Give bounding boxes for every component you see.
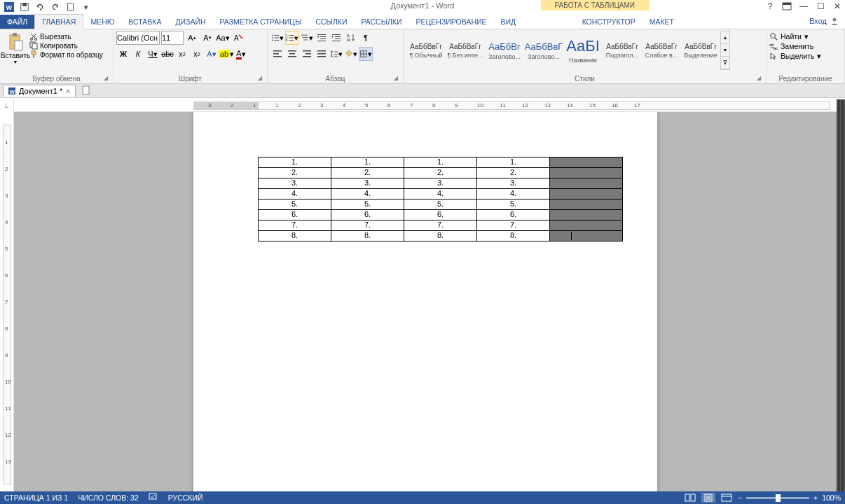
document-tab[interactable]: W Документ1 * ✕	[3, 85, 76, 97]
tab-file[interactable]: ФАЙЛ	[0, 15, 34, 29]
table-cell[interactable]: 5.	[259, 200, 331, 210]
paragraph-dialog-launcher[interactable]: ◢	[394, 75, 401, 82]
align-right-button[interactable]	[300, 47, 314, 61]
cut-button[interactable]: Вырезать	[29, 32, 103, 41]
align-center-button[interactable]	[285, 47, 299, 61]
table-row[interactable]: 1.1.1.1.	[259, 158, 623, 168]
status-proofing-icon[interactable]	[149, 493, 158, 503]
table-cell[interactable]: 1.	[259, 158, 331, 168]
view-print-layout[interactable]	[701, 493, 715, 503]
table-cell[interactable]	[550, 220, 623, 231]
style-item-2[interactable]: АаБбВгЗаголово...	[485, 31, 524, 70]
status-words[interactable]: ЧИСЛО СЛОВ: 32	[78, 493, 139, 502]
new-tab-button[interactable]	[78, 84, 94, 98]
tab-references[interactable]: ССЫЛКИ	[308, 15, 354, 29]
paste-button[interactable]: Вставить ▼	[3, 31, 28, 66]
grow-font-button[interactable]: A▴	[185, 31, 199, 45]
font-name-select[interactable]	[116, 31, 160, 45]
replace-button[interactable]: abacЗаменить	[769, 42, 841, 50]
minimize-button[interactable]: —	[796, 0, 811, 13]
tab-table-constructor[interactable]: КОНСТРУКТОР	[575, 15, 643, 29]
tab-review[interactable]: РЕЦЕНЗИРОВАНИЕ	[409, 15, 494, 29]
styles-dialog-launcher[interactable]: ◢	[757, 75, 764, 82]
table-cell[interactable]: 1.	[477, 158, 550, 168]
strikethrough-button[interactable]: abc	[160, 47, 174, 61]
copy-button[interactable]: Копировать	[29, 41, 103, 50]
bold-button[interactable]: Ж	[116, 47, 130, 61]
table-cell[interactable]: 6.	[259, 210, 331, 220]
document-table[interactable]: 1.1.1.1.2.2.2.2.3.3.3.3.4.4.4.4.5.5.5.5.…	[258, 157, 623, 241]
table-cell[interactable]: 8.	[259, 231, 331, 241]
table-cell[interactable]: 5.	[331, 200, 404, 210]
help-button[interactable]: ?	[762, 0, 778, 13]
table-cell[interactable]: 2.	[331, 168, 404, 178]
table-cell[interactable]: 7.	[259, 220, 331, 231]
clear-formatting-button[interactable]: A	[231, 31, 245, 45]
table-cell[interactable]: 3.	[331, 178, 404, 189]
table-cell[interactable]: 8.	[477, 231, 550, 241]
table-cell[interactable]	[550, 231, 623, 241]
table-cell[interactable]: 3.	[404, 178, 477, 189]
redo-button[interactable]	[49, 1, 62, 13]
shading-button[interactable]: ▾	[344, 47, 358, 61]
new-doc-button[interactable]	[64, 1, 77, 13]
table-cell[interactable]: 6.	[477, 210, 550, 220]
table-cell[interactable]: 2.	[404, 168, 477, 178]
table-cell[interactable]: 1.	[331, 158, 404, 168]
show-hide-button[interactable]: ¶	[359, 31, 373, 45]
tab-page-layout[interactable]: РАЗМЕТКА СТРАНИЦЫ	[213, 15, 309, 29]
table-row[interactable]: 4.4.4.4.	[259, 189, 623, 200]
word-icon[interactable]: W	[3, 1, 15, 13]
table-row[interactable]: 3.3.3.3.	[259, 178, 623, 189]
gallery-nav-more[interactable]: ⊽	[721, 57, 729, 69]
select-button[interactable]: Выделить ▾	[769, 52, 841, 60]
close-button[interactable]: ✕	[830, 0, 845, 13]
table-cell[interactable]	[550, 158, 623, 168]
table-row[interactable]: 7.7.7.7.	[259, 220, 623, 231]
table-row[interactable]: 8.8.8.8.	[259, 231, 623, 241]
tab-insert[interactable]: ВСТАВКА	[121, 15, 168, 29]
tab-menu[interactable]: Меню	[83, 15, 121, 29]
zoom-level[interactable]: 100%	[822, 493, 841, 502]
align-left-button[interactable]	[270, 47, 284, 61]
borders-button[interactable]: ▾	[359, 47, 373, 61]
table-cell[interactable]	[550, 200, 623, 210]
tab-home[interactable]: ГЛАВНАЯ	[34, 14, 83, 29]
table-cell[interactable]: 6.	[331, 210, 404, 220]
numbering-button[interactable]: 123▾	[285, 31, 299, 45]
tab-design[interactable]: ДИЗАЙН	[168, 15, 212, 29]
page[interactable]: 1.1.1.1.2.2.2.2.3.3.3.3.4.4.4.4.5.5.5.5.…	[193, 112, 657, 491]
close-tab-button[interactable]: ✕	[65, 88, 71, 95]
style-item-6[interactable]: АаБбВвГгСлабое в...	[642, 31, 681, 70]
style-item-3[interactable]: АаБбВвГЗаголово...	[524, 31, 563, 70]
vertical-scrollbar[interactable]	[837, 99, 845, 491]
font-color-button[interactable]: A▾	[234, 47, 248, 61]
tab-view[interactable]: ВИД	[494, 15, 523, 29]
style-item-0[interactable]: АаБбВвГг¶ Обычный	[406, 31, 446, 70]
sort-button[interactable]: AЯ	[344, 31, 358, 45]
undo-button[interactable]	[34, 1, 46, 13]
table-cell[interactable]: 5.	[404, 200, 477, 210]
maximize-button[interactable]: ☐	[813, 0, 828, 13]
font-size-select[interactable]	[161, 31, 184, 45]
status-page[interactable]: СТРАНИЦА 1 ИЗ 1	[4, 493, 68, 502]
clipboard-dialog-launcher[interactable]: ◢	[104, 75, 111, 82]
table-cell[interactable]: 8.	[404, 231, 477, 241]
italic-button[interactable]: К	[131, 47, 145, 61]
style-item-1[interactable]: АаБбВвГг¶ Без инте...	[446, 31, 485, 70]
find-button[interactable]: Найти ▾	[769, 32, 841, 41]
horizontal-ruler[interactable]: 3211234567891011121314151617	[14, 99, 837, 112]
vertical-ruler[interactable]: 12345678910111213	[0, 112, 14, 491]
table-row[interactable]: 2.2.2.2.	[259, 168, 623, 178]
table-cell[interactable]	[550, 189, 623, 200]
bullets-button[interactable]: ▾	[270, 31, 284, 45]
table-cell[interactable]	[550, 210, 623, 220]
format-painter-button[interactable]: Формат по образцу	[29, 50, 103, 59]
table-cell[interactable]: 7.	[404, 220, 477, 231]
decrease-indent-button[interactable]	[315, 31, 329, 45]
zoom-in-button[interactable]: +	[813, 493, 818, 502]
table-cell[interactable]: 3.	[259, 178, 331, 189]
text-effects-button[interactable]: A▾	[205, 47, 219, 61]
increase-indent-button[interactable]	[329, 31, 343, 45]
style-item-7[interactable]: АаБбВвГгВыделение	[681, 31, 720, 70]
